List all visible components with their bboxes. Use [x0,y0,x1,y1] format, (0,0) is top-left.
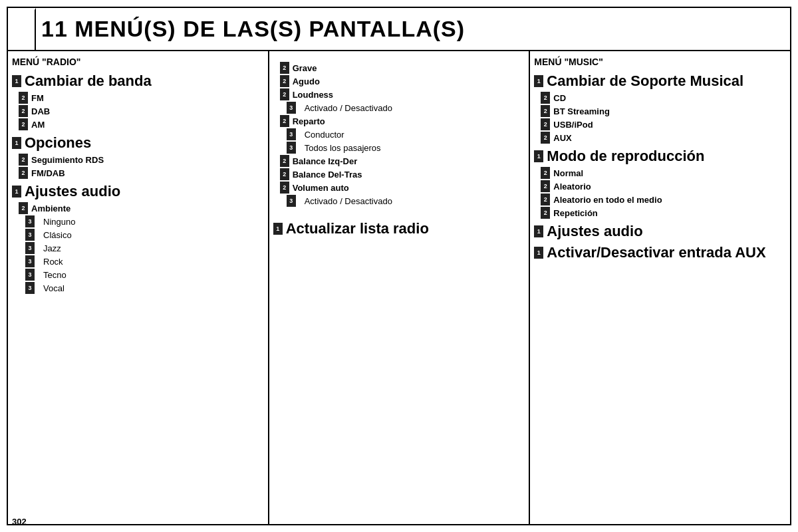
badge: 2 [280,88,289,100]
menu-item: 2 Volumen auto [273,182,524,194]
column-music-title: MENÚ "MUSIC" [534,57,785,67]
menu-item: 1 Modo de reproducción [534,148,785,165]
badge: 3 [287,128,296,140]
menu-item: 2 Grave [273,62,524,74]
menu-item: 1 Ajustes audio [534,223,785,240]
menu-item: 1 Cambiar de Soporte Musical [534,72,785,90]
menu-item: 3 Vocal [12,282,263,294]
badge: 1 [12,137,21,149]
menu-item: 3 Todos los pasajeros [273,142,524,154]
badge: 3 [25,282,35,294]
badge: 2 [541,92,550,104]
badge: 2 [19,105,28,117]
badge: 1 [273,223,283,235]
item-label: Modo de reproducción [547,148,704,165]
item-label: Seguimiento RDS [31,155,104,165]
item-label: AM [31,120,45,130]
menu-item: 2 Normal [534,167,785,179]
menu-item: 2 Balance Izq-Der [273,155,524,167]
menu-item: 2 Aleatorio en todo el medio [534,194,785,205]
badge: 1 [534,75,543,87]
badge: 3 [25,255,35,267]
item-label: Jazz [38,243,61,253]
badge: 2 [19,202,28,214]
item-label: Grave [293,63,317,73]
badge: 2 [541,167,550,179]
menu-item: 2 FM [12,92,263,104]
menu-item: 2 AM [12,118,263,130]
menu-item: 2 Aleatorio [534,180,785,192]
badge: 2 [541,132,550,144]
menu-item: 3 Ninguno [12,215,263,227]
badge: 2 [541,207,550,219]
menu-item: 2 FM/DAB [12,167,263,179]
badge: 2 [541,118,550,130]
item-label: Cambiar de banda [25,72,152,90]
menu-item: 1 Activar/Desactivar entrada AUX [534,244,785,261]
item-label: Tecno [38,270,66,280]
badge: 2 [541,180,550,192]
item-label: Rock [38,257,63,267]
menu-item: 2 BT Streaming [534,105,785,117]
badge: 1 [12,75,21,87]
badge: 3 [287,102,296,114]
item-label: Ninguno [38,217,75,227]
badge: 3 [287,142,296,154]
page-title: 11 MENÚ(S) DE LAS(S) PANTALLA(S) [41,16,465,41]
badge: 2 [280,75,289,87]
item-label: BT Streaming [553,106,610,116]
menu-item: 2 CD [534,92,785,104]
item-label: Volumen auto [293,183,349,193]
item-label: Ajustes audio [25,183,120,200]
badge: 1 [534,247,543,259]
content-area: MENÚ "RADIO" 1 Cambiar de banda 2 FM 2 D… [7,51,791,525]
menu-item: 3 Activado / Desactivado [273,195,524,207]
menu-item: 2 Repetición [534,207,785,219]
item-label: Repetición [553,208,597,218]
item-label: Loudness [293,90,333,100]
column-audio: 2 Grave 2 Agudo 2 Loudness 3 Activado / … [269,51,531,524]
item-label: Activado / Desactivado [299,103,392,113]
menu-item: 2 DAB [12,105,263,117]
menu-item: 1 Opciones [12,134,263,152]
item-label: Todos los pasajeros [299,143,381,153]
badge: 3 [25,242,35,254]
badge: 2 [19,154,28,166]
menu-item: 3 Rock [12,255,263,267]
menu-item: 2 AUX [534,132,785,144]
menu-item: 2 USB/iPod [534,118,785,130]
item-label: Aleatorio en todo el medio [553,195,662,205]
menu-item: 2 Loudness [273,88,524,100]
item-label: Agudo [293,76,320,86]
menu-item: 1 Actualizar lista radio [273,220,524,237]
column-radio: MENÚ "RADIO" 1 Cambiar de banda 2 FM 2 D… [8,51,269,524]
menu-item: 1 Cambiar de banda [12,72,263,90]
item-label: Activado / Desactivado [299,196,392,206]
item-label: Balance Del-Tras [293,170,362,180]
item-label: Actualizar lista radio [286,220,429,237]
item-label: Aleatorio [553,182,591,192]
item-label: Vocal [38,283,65,293]
column-music: MENÚ "MUSIC" 1 Cambiar de Soporte Musica… [530,51,790,524]
item-label: Ambiente [31,203,70,213]
badge: 3 [25,229,35,241]
badge: 2 [280,155,289,167]
menu-item: 3 Conductor [273,128,524,140]
menu-item: 3 Clásico [12,229,263,241]
menu-item: 2 Agudo [273,75,524,87]
badge: 2 [19,167,28,179]
badge: 1 [12,186,21,198]
item-label: FM [31,93,44,103]
menu-item: 3 Jazz [12,242,263,254]
menu-item: 2 Ambiente [12,202,263,214]
item-label: Normal [553,168,583,178]
badge: 2 [541,105,550,117]
menu-item: 2 Reparto [273,115,524,127]
page-number: 302 [12,517,27,527]
column-radio-title: MENÚ "RADIO" [12,57,263,67]
item-label: CD [553,93,566,103]
badge: 2 [541,194,550,205]
menu-item: 3 Tecno [12,269,263,281]
item-label: USB/iPod [553,120,593,130]
badge: 2 [280,168,289,180]
